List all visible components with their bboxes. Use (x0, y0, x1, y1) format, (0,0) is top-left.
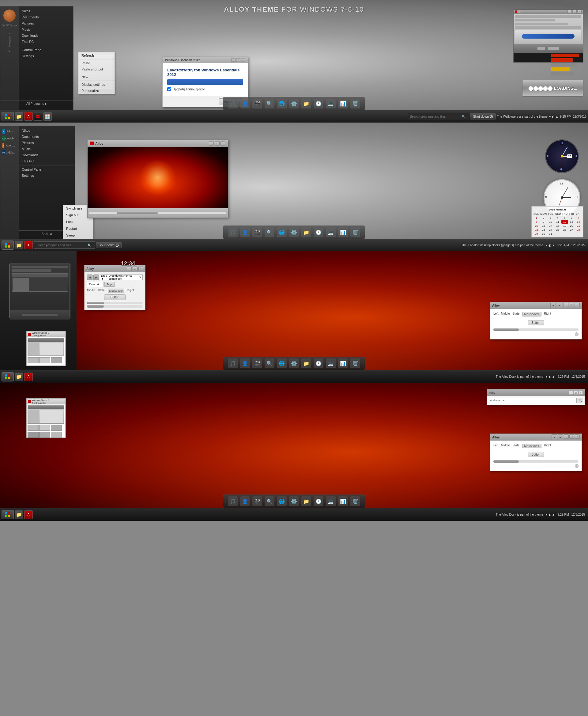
dock-icon-6[interactable]: ⚙️ (289, 99, 299, 108)
cal-27[interactable]: 27 (568, 228, 575, 232)
dock4-icon-11[interactable]: 🗑️ (350, 496, 360, 506)
sdo-sleep[interactable]: Sleep (63, 232, 93, 239)
s4-hscroll[interactable] (493, 460, 579, 463)
dock3-icon-2[interactable]: 👤 (240, 359, 250, 368)
alloy-scrollbar-2[interactable] (89, 212, 226, 214)
s4-btns[interactable]: ◀ ▶ _ □ × (551, 434, 580, 440)
sm2-app-3[interactable]: Ai Adobe Illustrator CC 2019 (2, 142, 17, 149)
dock-icon-3[interactable]: 🎬 (252, 99, 262, 108)
dock4-icon-5[interactable]: 🌐 (277, 496, 287, 506)
dock4-icon-8[interactable]: 🕐 (314, 496, 323, 506)
nav-back[interactable]: ◀ (87, 274, 92, 280)
cal-28[interactable]: 28 (575, 228, 582, 232)
ad3-max-left[interactable]: □ (133, 267, 138, 271)
dock4-icon-10[interactable]: 📊 (338, 496, 348, 506)
s4-s-close[interactable]: × (579, 391, 583, 395)
cal-6[interactable]: 6 (568, 216, 575, 220)
ad3-btns-right[interactable]: ◀ ▶ _ □ × (550, 303, 580, 308)
menu-item-music[interactable]: Music (19, 26, 73, 33)
wb-thumb-1[interactable] (27, 357, 39, 363)
cal-4[interactable]: 4 (554, 216, 561, 220)
dock-icon-5[interactable]: 🌐 (277, 99, 287, 108)
dock2-icon-2[interactable]: 👤 (240, 227, 250, 237)
dock3-icon-8[interactable]: 🕐 (314, 359, 323, 368)
ad3r-close[interactable]: × (575, 303, 580, 307)
cal-17[interactable]: 17 (547, 224, 554, 228)
dock2-icon-9[interactable]: 💻 (326, 227, 336, 237)
cal-2[interactable]: 2 (540, 216, 547, 220)
menu-item-controlpanel[interactable]: Control Panel (19, 47, 73, 53)
cal-26[interactable]: 26 (561, 228, 568, 232)
alloy-titlebar-btns[interactable]: _ □ × (209, 141, 225, 145)
search-input-2[interactable] (36, 244, 88, 247)
dock-icon-2[interactable]: 👤 (240, 99, 250, 108)
taskbar4-pin-1[interactable]: 📁 (15, 510, 23, 519)
cal-16[interactable]: 16 (540, 224, 547, 228)
cal-18[interactable]: 18 (554, 224, 561, 228)
sm2-app-1[interactable]: Au Adobe Audition CC 2019 (2, 128, 17, 135)
start-button-3[interactable] (2, 372, 14, 382)
wb-thumb-b4[interactable] (27, 432, 39, 438)
sm2-item-nikos[interactable]: Nikos (19, 127, 75, 134)
shutdown-button-1[interactable]: Shut down ⏻ (470, 114, 496, 120)
dock-icon-4[interactable]: 🔍 (265, 99, 274, 108)
menu-item-nikos[interactable]: Nikos (19, 8, 73, 14)
taskbar-pin-1[interactable]: 📁 (15, 112, 23, 121)
we-controls[interactable]: _ □ × (231, 58, 245, 62)
dock2-icon-3[interactable]: 🎬 (252, 227, 262, 237)
cal-14[interactable]: 14 (575, 220, 582, 224)
taskbar-pin-4[interactable]: 🪟 (43, 112, 52, 121)
dock2-icon-6[interactable]: ⚙️ (289, 227, 299, 237)
menu-item-downloads[interactable]: Downloads (19, 33, 73, 39)
wb-thumb-2[interactable] (39, 357, 50, 363)
sdo-restart[interactable]: Restart (63, 225, 93, 232)
cal-1[interactable]: 1 (533, 216, 540, 220)
cal-3[interactable]: 3 (547, 216, 554, 220)
ad3r-nav-fwd[interactable]: ▶ (557, 303, 562, 308)
s4-nav-fwd[interactable]: ▶ (558, 434, 563, 440)
cal-21[interactable]: 21 (575, 224, 582, 228)
s4-search-go[interactable]: 🔍 (578, 398, 583, 403)
ad3r-nav-back[interactable]: ◀ (550, 303, 556, 308)
ad3-btn-left[interactable]: Button (104, 294, 126, 300)
s4-close[interactable]: × (575, 434, 580, 439)
alloy-maximize-2[interactable]: □ (215, 141, 219, 145)
alloy-minimize-2[interactable]: _ (209, 141, 214, 145)
taskbar4-pin-2[interactable]: A (24, 510, 33, 519)
ad3-lbl-mouseover[interactable]: Mouseover (108, 289, 125, 293)
cal-15[interactable]: 15 (533, 224, 540, 228)
ad3-btns-left[interactable]: _ □ × (127, 267, 143, 271)
dock4-icon-3[interactable]: 🎬 (252, 496, 262, 506)
s4-s-max[interactable]: □ (574, 391, 578, 395)
cal-12-today[interactable]: 12 (561, 220, 568, 224)
dock3-icon-10[interactable]: 📊 (338, 359, 348, 368)
cal-13[interactable]: 13 (568, 220, 575, 224)
cal-8[interactable]: 8 (533, 220, 540, 224)
all-programs-link[interactable]: All Programs ▶ (0, 100, 73, 107)
cal-25[interactable]: 25 (554, 228, 561, 232)
dock2-icon-11[interactable]: 🗑️ (350, 227, 360, 237)
wb-thumb-b1[interactable] (27, 425, 39, 431)
dock-icon-1[interactable]: 🎵 (228, 99, 238, 108)
cal-22[interactable]: 22 (533, 228, 540, 232)
menu-item-settings[interactable]: Settings (19, 53, 73, 59)
dock2-icon-1[interactable]: 🎵 (228, 227, 238, 237)
ad3-tab-2[interactable]: Tags (104, 282, 114, 287)
alloy-close-2[interactable]: × (220, 141, 225, 145)
cal-31[interactable]: 31 (547, 232, 554, 236)
wb-thumb-3[interactable] (51, 357, 62, 363)
sdo-lock[interactable]: Lock (63, 219, 93, 225)
ad3-tab-1[interactable]: Date tak... (87, 282, 104, 287)
cal-9[interactable]: 9 (540, 220, 547, 224)
dock3-icon-9[interactable]: 💻 (326, 359, 336, 368)
close-btn[interactable]: × (577, 10, 582, 14)
minimize-btn[interactable]: _ (567, 10, 572, 14)
ad3-dropdown-1[interactable]: Drop ▼ Drop down: Normal combo box ▼ (100, 274, 143, 280)
start-button-2[interactable] (2, 241, 14, 250)
nav-forward[interactable]: ▶ (93, 274, 99, 280)
menu-item-pictures[interactable]: Pictures (19, 20, 73, 26)
cal-19[interactable]: 19 (561, 224, 568, 228)
dock-icon-10[interactable]: 📊 (338, 99, 348, 108)
dock3-icon-5[interactable]: 🌐 (277, 359, 287, 368)
dock4-icon-2[interactable]: 👤 (240, 496, 250, 506)
